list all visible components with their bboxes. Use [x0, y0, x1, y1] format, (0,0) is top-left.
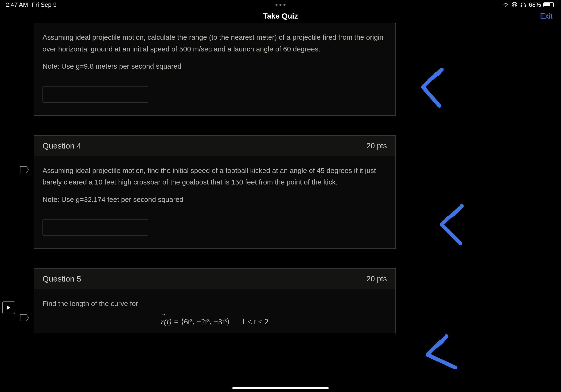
svg-rect-2 [525, 5, 526, 7]
question-points: 20 pts [367, 142, 387, 150]
question-card-3: Assuming ideal projectile motion, calcul… [34, 23, 396, 116]
answer-input[interactable] [43, 86, 148, 103]
orientation-lock-icon [511, 2, 518, 8]
question-header: Question 4 20 pts [34, 136, 395, 156]
quiz-content: Assuming ideal projectile motion, calcul… [0, 23, 561, 392]
question-label: Question 4 [43, 141, 81, 150]
dot-icon [283, 4, 286, 6]
question-points: 20 pts [367, 274, 387, 283]
svg-rect-1 [521, 5, 522, 7]
question-formula: r(t) = ⟨6t³, −2t³, −3t³⟩ 1 ≤ t ≤ 2 [43, 315, 387, 328]
home-indicator[interactable] [232, 387, 329, 389]
app-nav-bar: Take Quiz Exit [0, 9, 561, 23]
status-date: Fri Sep 9 [32, 1, 57, 9]
page-title: Take Quiz [263, 12, 298, 21]
question-text: Assuming ideal projectile motion, find t… [43, 165, 387, 188]
dot-icon [280, 4, 282, 6]
question-text: Find the length of the curve for [43, 298, 387, 309]
question-note: Note: Use g=32.174 feet per second squar… [43, 194, 387, 205]
question-label: Question 5 [43, 274, 81, 283]
battery-icon [543, 2, 555, 7]
question-card-5: Question 5 20 pts Find the length of the… [34, 268, 396, 333]
question-note: Note: Use g=9.8 meters per second square… [43, 60, 387, 72]
dot-icon [276, 4, 278, 6]
multitask-dots[interactable] [276, 4, 286, 6]
headphones-icon [520, 2, 527, 8]
wifi-icon [503, 2, 509, 7]
bookmark-flag-icon[interactable] [20, 165, 29, 174]
status-time: 2:47 AM [6, 1, 28, 9]
answer-input[interactable] [43, 219, 148, 236]
device-status-bar: 2:47 AM Fri Sep 9 68% [0, 0, 561, 9]
exit-button[interactable]: Exit [540, 12, 552, 21]
battery-percent: 68% [529, 1, 541, 9]
question-card-4: Question 4 20 pts Assuming ideal project… [34, 135, 396, 249]
bookmark-flag-icon[interactable] [20, 314, 29, 322]
question-header: Question 5 20 pts [34, 269, 395, 289]
question-text: Assuming ideal projectile motion, calcul… [43, 32, 387, 55]
expand-sidebar-button[interactable] [2, 301, 15, 314]
